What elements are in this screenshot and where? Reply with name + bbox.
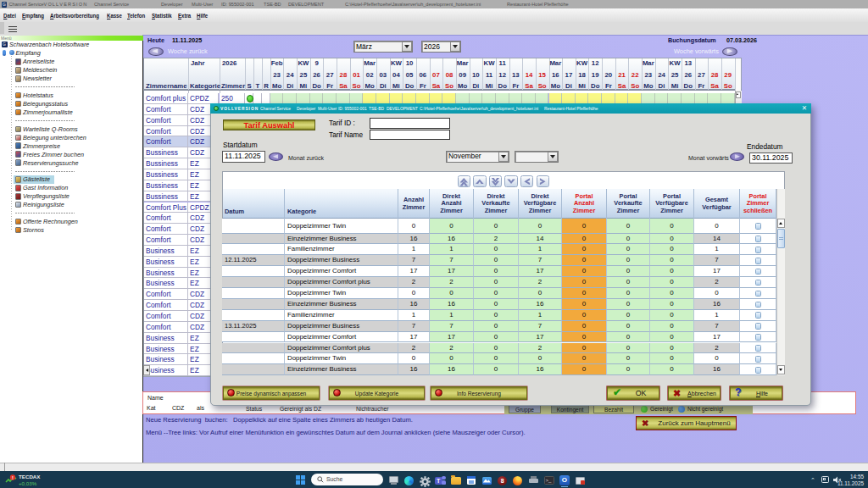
svg-text:!: ! [12,475,14,480]
